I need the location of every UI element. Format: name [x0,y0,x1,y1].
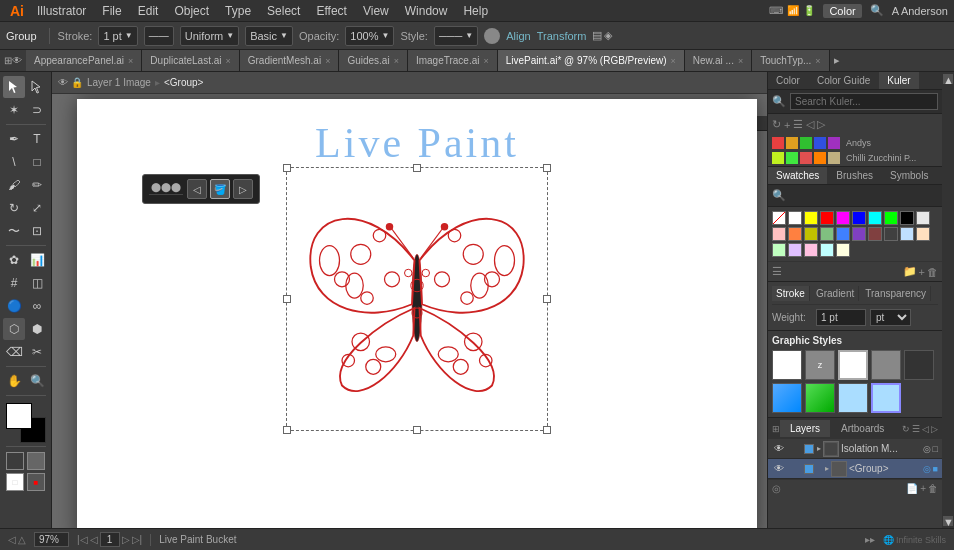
gradient-tool[interactable]: ◫ [26,272,48,294]
tab-close-appearance[interactable]: × [128,56,133,66]
kuler-color-2[interactable] [786,137,798,149]
uniform-group[interactable]: Uniform ▼ [180,26,239,46]
gs-item-grey[interactable] [871,350,901,380]
menu-select[interactable]: Select [260,2,307,20]
menu-effect[interactable]: Effect [309,2,353,20]
swatch-darkyellow[interactable] [804,227,818,241]
show-swatch-kinds-icon[interactable]: ☰ [772,265,782,278]
align-label[interactable]: Align [506,30,530,42]
new-sublayer-icon[interactable]: 📄 [906,483,918,494]
nav-up-btn[interactable]: △ [18,534,26,545]
gs-item-green[interactable] [805,383,835,413]
tab-new[interactable]: New.ai ... × [685,50,752,72]
swatch-aqua[interactable] [820,243,834,257]
tab-kuler[interactable]: Kuler [879,72,919,89]
swatch-rose[interactable] [804,243,818,257]
swatch-babyblue[interactable] [900,227,914,241]
gs-item-default[interactable] [772,350,802,380]
tab-close-touchtyp[interactable]: × [815,56,820,66]
lp-forward-btn[interactable]: ▷ [233,179,253,199]
tab-swatches[interactable]: Swatches [768,167,828,184]
page-prev-btn[interactable]: ◁ [90,534,98,545]
normal-mode-btn[interactable] [6,452,24,470]
add-kuler-icon[interactable]: + [784,119,790,131]
tab-touchtyp[interactable]: TouchTyp... × [752,50,829,72]
right-scroll[interactable]: ▲ ▼ [942,72,954,528]
gs-item-lightblue[interactable] [838,383,868,413]
kuler-color-9[interactable] [814,152,826,164]
locate-object-icon[interactable]: ◎ [772,483,781,494]
kuler-color-7[interactable] [786,152,798,164]
direct-select-tool[interactable] [26,76,48,98]
gs-item-lightblue2[interactable] [871,383,901,413]
page-first-btn[interactable]: |◁ [77,534,88,545]
transform-label[interactable]: Transform [537,30,587,42]
swatch-purple[interactable] [852,227,866,241]
layer-select-isolation[interactable]: □ [933,444,938,454]
layers-menu-icon[interactable]: ☰ [912,424,920,434]
swatch-peach[interactable] [916,227,930,241]
menu-illustrator[interactable]: Illustrator [30,2,93,20]
swatch-cream[interactable] [836,243,850,257]
swatch-blue[interactable] [852,211,866,225]
swatch-red[interactable] [820,211,834,225]
layers-refresh-icon[interactable]: ↻ [902,424,910,434]
page-next-btn[interactable]: ▷ [122,534,130,545]
tab-color-guide[interactable]: Color Guide [809,72,879,89]
tab-close-guides[interactable]: × [394,56,399,66]
rect-tool[interactable]: □ [26,151,48,173]
kuler-color-6[interactable] [772,152,784,164]
rotate-tool[interactable]: ↻ [3,197,25,219]
menu-view[interactable]: View [356,2,396,20]
pencil-tool[interactable]: ✏ [26,174,48,196]
tab-guides[interactable]: Guides.ai × [339,50,408,72]
swatch-darkgray[interactable] [884,227,898,241]
tab-transparency[interactable]: Transparency [861,286,931,301]
next-icon[interactable]: ▷ [817,118,825,131]
tab-close-gradientmesh[interactable]: × [325,56,330,66]
screen-mode-btn[interactable]: ■ [27,473,45,491]
graph-tool[interactable]: 📊 [26,249,48,271]
layer-expand-group[interactable]: ▸ [825,464,829,473]
tab-stroke[interactable]: Stroke [772,286,810,301]
nav-left-btn[interactable]: ◁ [8,534,16,545]
tab-artboards[interactable]: Artboards [831,420,895,437]
pen-tool[interactable]: ✒ [3,128,25,150]
delete-swatch-icon[interactable]: 🗑 [927,266,938,278]
stroke-weight-select[interactable]: pt px mm [870,309,911,326]
kuler-menu-icon[interactable]: ☰ [793,118,803,131]
kuler-color-8[interactable] [800,152,812,164]
tab-close-livepaint[interactable]: × [671,56,676,66]
swatch-none[interactable] [772,211,786,225]
swatches-search-input[interactable] [786,188,938,203]
live-paint-select-tool[interactable]: ⬢ [26,318,48,340]
eyedropper-tool[interactable]: 🔵 [3,295,25,317]
swatch-brown[interactable] [868,227,882,241]
zoom-tool[interactable]: 🔍 [26,370,48,392]
tab-livepaint[interactable]: LivePaint.ai* @ 97% (RGB/Preview) × [498,50,685,72]
gs-item-dark[interactable] [904,350,934,380]
tab-gradient[interactable]: Gradient [812,286,859,301]
swatch-white[interactable] [788,211,802,225]
stroke-style-group[interactable]: —— [144,26,174,46]
prev-icon[interactable]: ◁ [806,118,814,131]
lp-back-btn[interactable]: ◁ [187,179,207,199]
swatch-lightgray[interactable] [916,211,930,225]
layer-select-group[interactable]: ■ [933,464,938,474]
layers-prev-icon[interactable]: ◁ [922,424,929,434]
kuler-color-5[interactable] [828,137,840,149]
search-icon[interactable]: 🔍 [870,4,884,17]
layer-target-isolation[interactable]: ◎ [923,444,931,454]
tab-color[interactable]: Color [768,72,809,89]
line-tool[interactable]: \ [3,151,25,173]
delete-layer-icon[interactable]: 🗑 [928,483,938,494]
mask-mode-btn[interactable] [27,452,45,470]
options-icon-1[interactable]: ▤ [592,29,602,42]
kuler-search-input[interactable] [790,93,938,110]
stroke-group[interactable]: 1 pt ▼ [98,26,137,46]
tab-imagetrace[interactable]: ImageTrace.ai × [408,50,498,72]
tab-brushes[interactable]: Brushes [828,167,882,184]
live-paint-bucket-tool[interactable]: ⬡ [3,318,25,340]
swatch-orange[interactable] [788,227,802,241]
paintbrush-tool[interactable]: 🖌 [3,174,25,196]
